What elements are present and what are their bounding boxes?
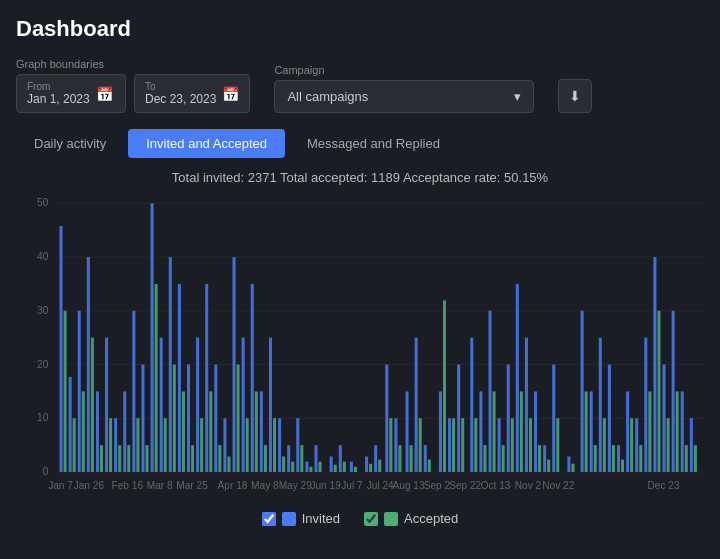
- svg-rect-58: [269, 338, 272, 472]
- accepted-checkbox[interactable]: [364, 512, 378, 526]
- svg-rect-73: [343, 462, 346, 472]
- svg-rect-88: [424, 445, 427, 472]
- svg-rect-79: [378, 460, 381, 472]
- svg-rect-137: [667, 418, 670, 472]
- svg-rect-103: [502, 445, 505, 472]
- svg-rect-133: [648, 391, 651, 472]
- svg-rect-20: [96, 391, 99, 472]
- calendar-icon-from: 📅: [96, 86, 113, 102]
- svg-rect-119: [585, 391, 588, 472]
- svg-rect-50: [233, 257, 236, 472]
- tab-invited-accepted[interactable]: Invited and Accepted: [128, 129, 285, 158]
- svg-rect-27: [127, 445, 130, 472]
- svg-rect-110: [534, 391, 537, 472]
- svg-rect-31: [146, 445, 149, 472]
- svg-rect-130: [635, 418, 638, 472]
- svg-rect-83: [398, 445, 401, 472]
- svg-rect-70: [330, 457, 333, 473]
- svg-rect-132: [644, 338, 647, 472]
- svg-rect-55: [255, 391, 258, 472]
- svg-rect-35: [164, 418, 167, 472]
- svg-rect-37: [173, 365, 176, 472]
- svg-rect-14: [69, 377, 72, 472]
- svg-rect-18: [87, 257, 90, 472]
- svg-rect-89: [428, 460, 431, 472]
- to-date-field[interactable]: To Dec 23, 2023 📅: [134, 74, 250, 113]
- svg-rect-76: [365, 457, 368, 473]
- svg-rect-111: [538, 445, 541, 472]
- svg-rect-92: [448, 418, 451, 472]
- svg-rect-98: [479, 391, 482, 472]
- svg-rect-62: [287, 445, 290, 472]
- svg-rect-61: [282, 457, 285, 473]
- download-button[interactable]: ⬇: [558, 79, 592, 113]
- svg-text:30: 30: [37, 305, 49, 316]
- to-value: Dec 23, 2023: [145, 92, 216, 106]
- svg-text:40: 40: [37, 251, 49, 262]
- svg-rect-21: [100, 445, 103, 472]
- svg-rect-75: [354, 467, 357, 472]
- accepted-color-swatch: [384, 512, 398, 526]
- invited-checkbox[interactable]: [262, 512, 276, 526]
- svg-rect-15: [73, 418, 76, 472]
- svg-rect-54: [251, 284, 254, 472]
- svg-rect-25: [118, 445, 121, 472]
- svg-rect-52: [242, 338, 245, 472]
- svg-text:20: 20: [37, 359, 49, 370]
- svg-text:Jul 7: Jul 7: [341, 479, 363, 490]
- accepted-label: Accepted: [404, 511, 458, 526]
- svg-rect-78: [374, 445, 377, 472]
- svg-rect-106: [516, 284, 519, 472]
- svg-rect-122: [599, 338, 602, 472]
- campaign-group: Campaign All campaigns ▾: [274, 64, 534, 113]
- svg-rect-90: [439, 391, 442, 472]
- legend-invited: Invited: [262, 511, 340, 526]
- svg-rect-39: [182, 391, 185, 472]
- svg-rect-72: [339, 445, 342, 472]
- svg-rect-24: [114, 418, 117, 472]
- svg-rect-138: [672, 311, 675, 472]
- svg-rect-28: [132, 311, 135, 472]
- svg-rect-126: [617, 445, 620, 472]
- svg-text:Sep 2: Sep 2: [424, 479, 451, 490]
- svg-rect-68: [314, 445, 317, 472]
- svg-rect-142: [690, 418, 693, 472]
- svg-rect-131: [639, 445, 642, 472]
- graph-boundaries-label: Graph boundaries: [16, 58, 250, 70]
- tab-daily-activity[interactable]: Daily activity: [16, 129, 124, 158]
- svg-rect-29: [136, 418, 139, 472]
- svg-rect-120: [590, 391, 593, 472]
- svg-rect-66: [305, 462, 308, 472]
- svg-rect-85: [410, 445, 413, 472]
- from-value: Jan 1, 2023: [27, 92, 90, 106]
- svg-rect-67: [309, 467, 312, 472]
- svg-rect-69: [319, 462, 322, 472]
- campaign-select[interactable]: All campaigns ▾: [274, 80, 534, 113]
- svg-rect-47: [218, 445, 221, 472]
- svg-text:Nov 2: Nov 2: [515, 479, 542, 490]
- svg-rect-44: [205, 284, 208, 472]
- svg-text:Apr 18: Apr 18: [218, 479, 248, 490]
- campaign-value: All campaigns: [287, 89, 368, 104]
- svg-rect-114: [552, 365, 555, 472]
- download-icon: ⬇: [569, 88, 581, 104]
- chart-legend: Invited Accepted: [16, 511, 704, 526]
- svg-rect-143: [694, 445, 697, 472]
- svg-rect-16: [78, 311, 81, 472]
- svg-rect-57: [264, 445, 267, 472]
- svg-text:May 8: May 8: [251, 479, 279, 490]
- svg-rect-48: [223, 418, 226, 472]
- svg-rect-45: [209, 391, 212, 472]
- svg-rect-134: [653, 257, 656, 472]
- tab-messaged-replied[interactable]: Messaged and Replied: [289, 129, 458, 158]
- svg-rect-12: [60, 226, 63, 472]
- svg-rect-22: [105, 338, 108, 472]
- svg-rect-56: [260, 391, 263, 472]
- svg-rect-19: [91, 338, 94, 472]
- svg-rect-42: [196, 338, 199, 472]
- svg-rect-82: [394, 418, 397, 472]
- svg-rect-135: [657, 311, 660, 472]
- from-date-field[interactable]: From Jan 1, 2023 📅: [16, 74, 126, 113]
- svg-rect-49: [227, 457, 230, 473]
- campaign-label: Campaign: [274, 64, 534, 76]
